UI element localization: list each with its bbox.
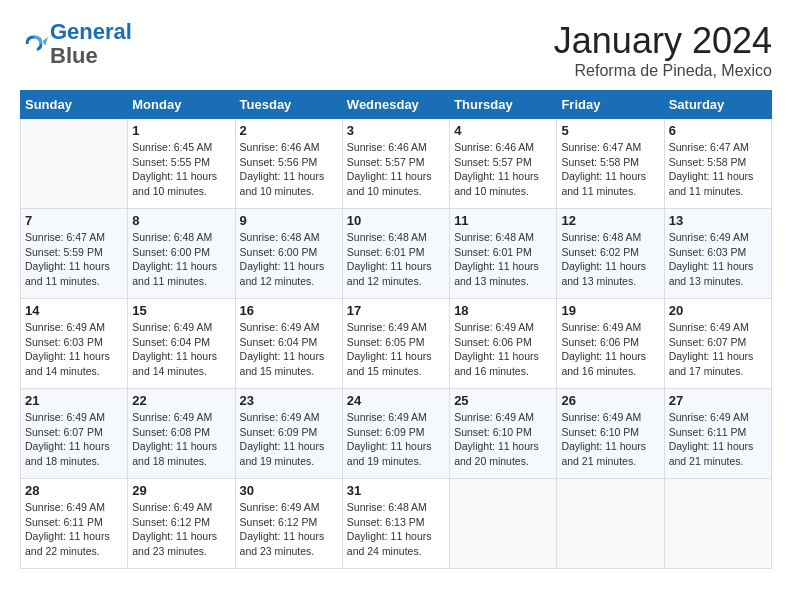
weekday-header-thursday: Thursday xyxy=(450,91,557,119)
day-cell: 2Sunrise: 6:46 AM Sunset: 5:56 PM Daylig… xyxy=(235,119,342,209)
day-info: Sunrise: 6:48 AM Sunset: 6:00 PM Dayligh… xyxy=(132,230,230,289)
day-info: Sunrise: 6:49 AM Sunset: 6:08 PM Dayligh… xyxy=(132,410,230,469)
day-cell: 27Sunrise: 6:49 AM Sunset: 6:11 PM Dayli… xyxy=(664,389,771,479)
week-row-4: 21Sunrise: 6:49 AM Sunset: 6:07 PM Dayli… xyxy=(21,389,772,479)
day-info: Sunrise: 6:48 AM Sunset: 6:13 PM Dayligh… xyxy=(347,500,445,559)
day-number: 8 xyxy=(132,213,230,228)
weekday-header-tuesday: Tuesday xyxy=(235,91,342,119)
day-number: 22 xyxy=(132,393,230,408)
day-cell: 30Sunrise: 6:49 AM Sunset: 6:12 PM Dayli… xyxy=(235,479,342,569)
logo-icon xyxy=(20,30,48,58)
day-cell: 28Sunrise: 6:49 AM Sunset: 6:11 PM Dayli… xyxy=(21,479,128,569)
day-info: Sunrise: 6:49 AM Sunset: 6:11 PM Dayligh… xyxy=(669,410,767,469)
day-info: Sunrise: 6:49 AM Sunset: 6:12 PM Dayligh… xyxy=(240,500,338,559)
day-info: Sunrise: 6:49 AM Sunset: 6:07 PM Dayligh… xyxy=(25,410,123,469)
day-cell xyxy=(557,479,664,569)
day-cell: 10Sunrise: 6:48 AM Sunset: 6:01 PM Dayli… xyxy=(342,209,449,299)
day-number: 14 xyxy=(25,303,123,318)
weekday-header-friday: Friday xyxy=(557,91,664,119)
day-cell xyxy=(664,479,771,569)
day-cell: 24Sunrise: 6:49 AM Sunset: 6:09 PM Dayli… xyxy=(342,389,449,479)
day-info: Sunrise: 6:49 AM Sunset: 6:09 PM Dayligh… xyxy=(347,410,445,469)
day-number: 10 xyxy=(347,213,445,228)
day-cell: 18Sunrise: 6:49 AM Sunset: 6:06 PM Dayli… xyxy=(450,299,557,389)
day-info: Sunrise: 6:47 AM Sunset: 5:58 PM Dayligh… xyxy=(561,140,659,199)
weekday-header-row: SundayMondayTuesdayWednesdayThursdayFrid… xyxy=(21,91,772,119)
day-info: Sunrise: 6:49 AM Sunset: 6:10 PM Dayligh… xyxy=(454,410,552,469)
day-cell: 1Sunrise: 6:45 AM Sunset: 5:55 PM Daylig… xyxy=(128,119,235,209)
month-title: January 2024 xyxy=(554,20,772,62)
week-row-3: 14Sunrise: 6:49 AM Sunset: 6:03 PM Dayli… xyxy=(21,299,772,389)
day-number: 29 xyxy=(132,483,230,498)
day-number: 11 xyxy=(454,213,552,228)
week-row-1: 1Sunrise: 6:45 AM Sunset: 5:55 PM Daylig… xyxy=(21,119,772,209)
day-info: Sunrise: 6:49 AM Sunset: 6:04 PM Dayligh… xyxy=(240,320,338,379)
logo: General Blue xyxy=(20,20,132,68)
day-cell: 16Sunrise: 6:49 AM Sunset: 6:04 PM Dayli… xyxy=(235,299,342,389)
day-info: Sunrise: 6:49 AM Sunset: 6:10 PM Dayligh… xyxy=(561,410,659,469)
day-info: Sunrise: 6:49 AM Sunset: 6:11 PM Dayligh… xyxy=(25,500,123,559)
weekday-header-saturday: Saturday xyxy=(664,91,771,119)
day-cell: 13Sunrise: 6:49 AM Sunset: 6:03 PM Dayli… xyxy=(664,209,771,299)
day-cell: 6Sunrise: 6:47 AM Sunset: 5:58 PM Daylig… xyxy=(664,119,771,209)
day-number: 21 xyxy=(25,393,123,408)
day-cell: 3Sunrise: 6:46 AM Sunset: 5:57 PM Daylig… xyxy=(342,119,449,209)
day-info: Sunrise: 6:49 AM Sunset: 6:05 PM Dayligh… xyxy=(347,320,445,379)
day-info: Sunrise: 6:46 AM Sunset: 5:56 PM Dayligh… xyxy=(240,140,338,199)
day-cell: 9Sunrise: 6:48 AM Sunset: 6:00 PM Daylig… xyxy=(235,209,342,299)
day-number: 5 xyxy=(561,123,659,138)
day-number: 17 xyxy=(347,303,445,318)
weekday-header-monday: Monday xyxy=(128,91,235,119)
day-number: 24 xyxy=(347,393,445,408)
day-number: 6 xyxy=(669,123,767,138)
day-info: Sunrise: 6:48 AM Sunset: 6:01 PM Dayligh… xyxy=(347,230,445,289)
day-cell: 31Sunrise: 6:48 AM Sunset: 6:13 PM Dayli… xyxy=(342,479,449,569)
day-info: Sunrise: 6:47 AM Sunset: 5:58 PM Dayligh… xyxy=(669,140,767,199)
day-cell: 17Sunrise: 6:49 AM Sunset: 6:05 PM Dayli… xyxy=(342,299,449,389)
day-info: Sunrise: 6:46 AM Sunset: 5:57 PM Dayligh… xyxy=(347,140,445,199)
week-row-2: 7Sunrise: 6:47 AM Sunset: 5:59 PM Daylig… xyxy=(21,209,772,299)
day-number: 19 xyxy=(561,303,659,318)
day-cell: 14Sunrise: 6:49 AM Sunset: 6:03 PM Dayli… xyxy=(21,299,128,389)
day-number: 16 xyxy=(240,303,338,318)
day-info: Sunrise: 6:47 AM Sunset: 5:59 PM Dayligh… xyxy=(25,230,123,289)
day-info: Sunrise: 6:49 AM Sunset: 6:12 PM Dayligh… xyxy=(132,500,230,559)
day-cell: 4Sunrise: 6:46 AM Sunset: 5:57 PM Daylig… xyxy=(450,119,557,209)
day-info: Sunrise: 6:48 AM Sunset: 6:01 PM Dayligh… xyxy=(454,230,552,289)
day-number: 9 xyxy=(240,213,338,228)
day-info: Sunrise: 6:48 AM Sunset: 6:02 PM Dayligh… xyxy=(561,230,659,289)
day-cell xyxy=(450,479,557,569)
day-number: 28 xyxy=(25,483,123,498)
day-info: Sunrise: 6:49 AM Sunset: 6:06 PM Dayligh… xyxy=(561,320,659,379)
day-info: Sunrise: 6:48 AM Sunset: 6:00 PM Dayligh… xyxy=(240,230,338,289)
day-cell: 22Sunrise: 6:49 AM Sunset: 6:08 PM Dayli… xyxy=(128,389,235,479)
day-cell: 15Sunrise: 6:49 AM Sunset: 6:04 PM Dayli… xyxy=(128,299,235,389)
logo-text: General Blue xyxy=(50,20,132,68)
day-cell: 19Sunrise: 6:49 AM Sunset: 6:06 PM Dayli… xyxy=(557,299,664,389)
day-number: 27 xyxy=(669,393,767,408)
day-number: 12 xyxy=(561,213,659,228)
day-info: Sunrise: 6:46 AM Sunset: 5:57 PM Dayligh… xyxy=(454,140,552,199)
day-info: Sunrise: 6:49 AM Sunset: 6:03 PM Dayligh… xyxy=(25,320,123,379)
weekday-header-wednesday: Wednesday xyxy=(342,91,449,119)
day-info: Sunrise: 6:49 AM Sunset: 6:07 PM Dayligh… xyxy=(669,320,767,379)
day-number: 25 xyxy=(454,393,552,408)
day-cell: 7Sunrise: 6:47 AM Sunset: 5:59 PM Daylig… xyxy=(21,209,128,299)
day-number: 7 xyxy=(25,213,123,228)
day-number: 13 xyxy=(669,213,767,228)
day-info: Sunrise: 6:49 AM Sunset: 6:09 PM Dayligh… xyxy=(240,410,338,469)
day-number: 2 xyxy=(240,123,338,138)
page-header: General Blue January 2024 Reforma de Pin… xyxy=(20,20,772,80)
location: Reforma de Pineda, Mexico xyxy=(554,62,772,80)
week-row-5: 28Sunrise: 6:49 AM Sunset: 6:11 PM Dayli… xyxy=(21,479,772,569)
day-cell: 25Sunrise: 6:49 AM Sunset: 6:10 PM Dayli… xyxy=(450,389,557,479)
day-cell: 8Sunrise: 6:48 AM Sunset: 6:00 PM Daylig… xyxy=(128,209,235,299)
title-block: January 2024 Reforma de Pineda, Mexico xyxy=(554,20,772,80)
day-info: Sunrise: 6:49 AM Sunset: 6:03 PM Dayligh… xyxy=(669,230,767,289)
day-info: Sunrise: 6:49 AM Sunset: 6:06 PM Dayligh… xyxy=(454,320,552,379)
day-cell: 26Sunrise: 6:49 AM Sunset: 6:10 PM Dayli… xyxy=(557,389,664,479)
day-cell: 29Sunrise: 6:49 AM Sunset: 6:12 PM Dayli… xyxy=(128,479,235,569)
day-number: 31 xyxy=(347,483,445,498)
day-number: 26 xyxy=(561,393,659,408)
day-number: 1 xyxy=(132,123,230,138)
